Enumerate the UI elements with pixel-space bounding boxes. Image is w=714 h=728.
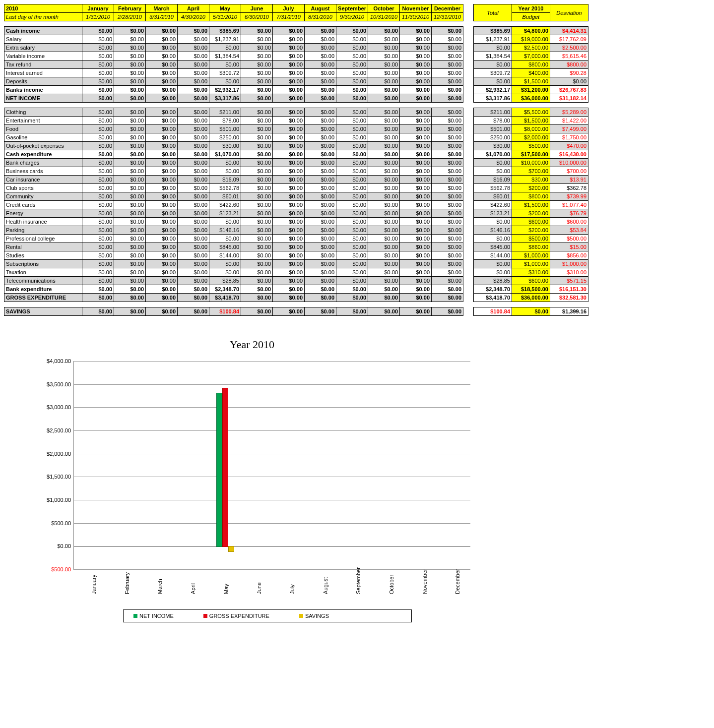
cell: $0.00 [305, 209, 336, 218]
cell: $0.00 [368, 294, 400, 302]
y-tick-label: $500.00 [51, 566, 74, 572]
cell: $0.00 [368, 251, 400, 260]
cell: $0.00 [146, 307, 178, 316]
cell: $0.00 [400, 86, 432, 94]
cell: $1,384.54 [474, 52, 512, 61]
cell: Desviation [550, 4, 588, 21]
cell: NET INCOME [4, 94, 82, 103]
cell: $0.00 [273, 142, 305, 150]
cell: $0.00 [114, 117, 146, 125]
cell: $0.00 [178, 201, 209, 209]
cell: $501.00 [209, 125, 241, 133]
cell: Credit cards [4, 201, 82, 209]
cell: $0.00 [474, 268, 512, 277]
cell: $0.00 [114, 285, 146, 294]
cell: 2010 [4, 4, 82, 13]
cell: Cash income [4, 27, 82, 35]
cell: November [400, 4, 432, 13]
cell: $0.00 [336, 184, 368, 192]
cell: $76.79 [550, 209, 588, 218]
cell: $0.00 [368, 27, 400, 35]
cell: $0.00 [114, 260, 146, 268]
cell: $0.00 [432, 150, 463, 159]
cell: $0.00 [241, 35, 273, 44]
cell: October [368, 4, 400, 13]
cell: $0.00 [114, 77, 146, 86]
cell: $562.78 [209, 184, 241, 192]
cell: $0.00 [114, 94, 146, 103]
cell: $0.00 [241, 117, 273, 125]
cell: $0.00 [400, 108, 432, 117]
cell: $0.00 [146, 218, 178, 226]
cell: $0.00 [400, 251, 432, 260]
cell: $0.00 [368, 117, 400, 125]
cell: $0.00 [178, 159, 209, 167]
cell: $0.00 [82, 94, 114, 103]
cell: $0.00 [336, 27, 368, 35]
cell: $0.00 [273, 108, 305, 117]
cell: $0.00 [146, 251, 178, 260]
cell: $0.00 [273, 184, 305, 192]
cell: Rental [4, 243, 82, 251]
cell: $0.00 [114, 307, 146, 316]
square-icon [203, 614, 207, 618]
cell: $0.00 [336, 294, 368, 302]
cell: $1,070.00 [209, 150, 241, 159]
cell: $0.00 [209, 260, 241, 268]
cell: $0.00 [146, 35, 178, 44]
cell: $36,000.00 [512, 294, 550, 302]
cell: $1,750.00 [550, 133, 588, 142]
cell: $1,000.00 [512, 260, 550, 268]
cell: $60.01 [474, 192, 512, 201]
cell: $16.09 [474, 176, 512, 184]
cell: Bank charges [4, 159, 82, 167]
legend-item: GROSS EXPENDITURE [203, 613, 269, 619]
cell: $0.00 [305, 86, 336, 94]
cell: $28.85 [209, 277, 241, 285]
cell: $0.00 [400, 176, 432, 184]
cell [4, 302, 82, 307]
cell: $0.00 [178, 133, 209, 142]
cell: $0.00 [178, 285, 209, 294]
cell: $0.00 [474, 61, 512, 69]
cell: $200.00 [512, 209, 550, 218]
cell: $0.00 [178, 243, 209, 251]
cell: $0.00 [241, 52, 273, 61]
cell: $0.00 [114, 184, 146, 192]
cell: 8/31/2010 [305, 13, 336, 21]
cell: $0.00 [273, 27, 305, 35]
cell: $0.00 [368, 150, 400, 159]
cell: August [305, 4, 336, 13]
cell: $0.00 [273, 69, 305, 77]
cell: $0.00 [114, 192, 146, 201]
cell: $0.00 [368, 69, 400, 77]
cell: $0.00 [114, 209, 146, 218]
cell: Year 2010 [512, 4, 550, 13]
cell: $200.00 [512, 226, 550, 235]
cell: Extra salary [4, 44, 82, 52]
cell: $60.01 [209, 192, 241, 201]
legend-label: SAVINGS [305, 613, 329, 619]
y-tick-label: $2,500.00 [47, 427, 74, 433]
cell: $0.00 [114, 108, 146, 117]
cell: $0.00 [82, 184, 114, 192]
cell: $0.00 [336, 307, 368, 316]
cell: $0.00 [305, 61, 336, 69]
cell: $18,500.00 [512, 285, 550, 294]
cell: $2,348.70 [209, 285, 241, 294]
cell: $0.00 [305, 268, 336, 277]
cell: 11/30/2010 [400, 13, 432, 21]
cell: $0.00 [336, 44, 368, 52]
cell: $1,077.40 [550, 201, 588, 209]
cell: Community [4, 192, 82, 201]
cell: $0.00 [273, 44, 305, 52]
cell: $0.00 [432, 243, 463, 251]
cell: $0.00 [432, 285, 463, 294]
cell: $3,317.86 [474, 94, 512, 103]
x-tick-label: December [454, 569, 460, 594]
cell: Entertainment [4, 117, 82, 125]
cell: $0.00 [305, 285, 336, 294]
cell: $0.00 [336, 35, 368, 44]
cell: $0.00 [146, 235, 178, 243]
x-tick-label: November [422, 569, 428, 594]
